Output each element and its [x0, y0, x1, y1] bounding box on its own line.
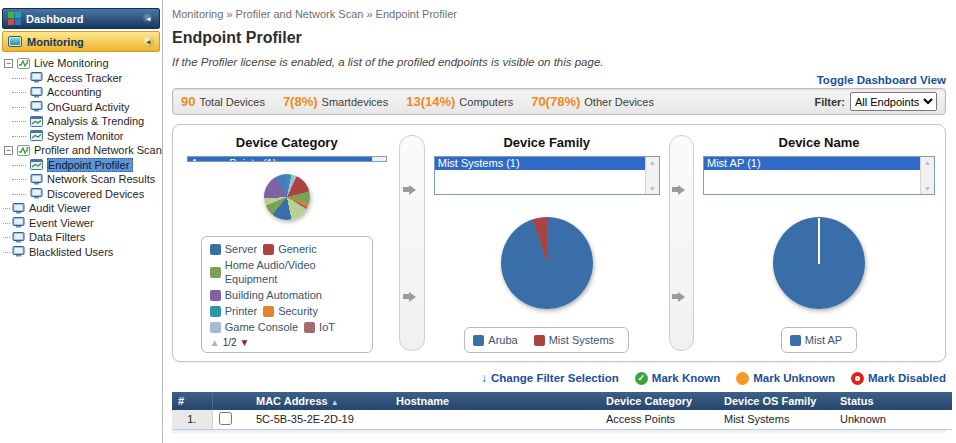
legend-page-up-icon[interactable]: ▲ [210, 337, 220, 348]
activity-icon [17, 145, 30, 156]
report-icon [30, 87, 43, 98]
right-arrow-icon [403, 292, 421, 302]
right-arrow-icon [672, 185, 690, 195]
sidebar-item-label: Blacklisted Users [29, 246, 113, 258]
flow-arrow-bar-2 [669, 135, 694, 351]
mac-address-cell: 5C-5B-35-2E-2D-19 [250, 410, 390, 429]
stat-value: 7(8%) [283, 94, 318, 109]
right-arrow-icon [672, 292, 690, 302]
legend-swatch [790, 335, 801, 346]
action-label: Change Filter Selection [491, 372, 619, 384]
profiler-panel: Device Category Access Points (1)Buildin… [172, 124, 946, 362]
sidebar-item-data-filters[interactable]: Data Filters [0, 230, 162, 245]
sidebar-item-label: OnGuard Activity [47, 101, 130, 113]
stat-item: 7(8%)Smartdevices [283, 94, 388, 109]
column-header--[interactable]: # [172, 392, 212, 410]
table-actions: ↓Change Filter Selection✓Mark KnownMark … [172, 370, 946, 386]
dashboard-collapse-icon[interactable]: ◂ [143, 13, 154, 24]
listbox-item[interactable]: Mist AP (1) [704, 157, 920, 170]
sidebar-item-event-viewer[interactable]: Event Viewer [0, 216, 162, 231]
legend-label: Aruba [488, 333, 517, 347]
sidebar-item-discovered-devices[interactable]: Discovered Devices [0, 187, 162, 202]
stat-item: 90Total Devices [181, 94, 265, 109]
sidebar-item-audit-viewer[interactable]: Audit Viewer [0, 201, 162, 216]
tree-collapse-icon[interactable]: − [4, 59, 13, 68]
report-icon [12, 246, 25, 257]
column-header-device-category[interactable]: Device Category [600, 392, 718, 410]
sidebar-item-access-tracker[interactable]: Access Tracker [0, 71, 162, 86]
sidebar-section-monitoring[interactable]: Monitoring ◂ [2, 31, 160, 52]
sidebar-item-onguard-activity[interactable]: OnGuard Activity [0, 100, 162, 115]
legend-item: Mist AP [790, 333, 842, 347]
sidebar: Dashboard ◂ Monitoring ◂ −Live Monitorin… [0, 0, 163, 443]
sidebar-item-system-monitor[interactable]: System Monitor [0, 129, 162, 144]
scroll-down-icon[interactable]: ▼ [924, 185, 931, 192]
status-cell: Unknown [834, 410, 952, 429]
action-label: Mark Disabled [868, 372, 946, 384]
table-row: 1.5C-5B-35-2E-2D-19Access PointsMist Sys… [172, 410, 952, 429]
legend-label: Mist Systems [549, 333, 614, 347]
sidebar-item-blacklisted-users[interactable]: Blacklisted Users [0, 245, 162, 260]
sidebar-item-endpoint-profiler[interactable]: Endpoint Profiler [0, 158, 162, 173]
device-name-pie-chart [773, 217, 865, 309]
legend-swatch [534, 335, 545, 346]
mark-disabled-link[interactable]: Mark Disabled [851, 372, 946, 385]
column-header-status[interactable]: Status [834, 392, 952, 410]
toggle-dashboard-view-link[interactable]: Toggle Dashboard View [817, 74, 946, 86]
stat-value: 90 [181, 94, 195, 109]
column-header-checkbox[interactable] [212, 392, 250, 410]
pie-start-tick [818, 218, 820, 264]
endpoints-table: #MAC Address▲HostnameDevice CategoryDevi… [172, 392, 952, 430]
table-footer-strip [172, 430, 946, 433]
column-header-device-os-family[interactable]: Device OS Family [718, 392, 834, 410]
scroll-up-icon[interactable]: ▲ [376, 159, 383, 162]
legend-item: IoT [304, 320, 335, 334]
report-icon [12, 232, 25, 243]
main-content: Monitoring » Profiler and Network Scan »… [164, 0, 956, 443]
scroll-up-icon[interactable]: ▲ [649, 159, 656, 166]
legend-swatch [473, 335, 484, 346]
stat-value: 70(78%) [531, 94, 580, 109]
filter-select[interactable]: All Endpoints [850, 92, 937, 111]
column-header-hostname[interactable]: Hostname [390, 392, 600, 410]
scroll-up-icon[interactable]: ▲ [924, 159, 931, 166]
device-category-pie-chart [264, 174, 310, 220]
device-family-panel: Device Family Mist Systems (1) ▲▼ ArubaM… [434, 133, 660, 353]
column-header-mac-address[interactable]: MAC Address▲ [250, 392, 390, 410]
stat-label: Computers [459, 96, 513, 108]
sidebar-item-accounting[interactable]: Accounting [0, 85, 162, 100]
legend-label: Security [278, 304, 318, 318]
listbox-item[interactable]: Mist Systems (1) [435, 157, 645, 170]
legend-page-down-icon[interactable]: ▼ [240, 337, 250, 348]
sidebar-item-analysis-trending[interactable]: Analysis & Trending [0, 114, 162, 129]
device-name-legend: Mist AP [781, 327, 857, 353]
mark-unknown-link[interactable]: Mark Unknown [736, 372, 835, 385]
stat-label: Other Devices [584, 96, 654, 108]
sidebar-item-label: Endpoint Profiler [47, 158, 133, 172]
device-family-legend: ArubaMist Systems [464, 327, 629, 353]
device-family-listbox: Mist Systems (1) ▲▼ [434, 156, 660, 195]
device-os-family-cell: Mist Systems [718, 410, 834, 429]
report-icon [30, 72, 43, 83]
stat-label: Smartdevices [322, 96, 389, 108]
sidebar-section-dashboard[interactable]: Dashboard ◂ [2, 8, 160, 29]
page-title: Endpoint Profiler [172, 29, 946, 47]
sidebar-item-profiler-and-network-scan[interactable]: −Profiler and Network Scan [0, 143, 162, 158]
monitoring-label: Monitoring [27, 36, 138, 48]
sidebar-item-network-scan-results[interactable]: Network Scan Results [0, 172, 162, 187]
listbox-item[interactable]: Access Points (1) [188, 157, 372, 161]
mark-known-link[interactable]: ✓Mark Known [635, 372, 720, 385]
mark-known-icon: ✓ [635, 372, 648, 385]
legend-label: IoT [319, 320, 335, 334]
monitoring-collapse-icon[interactable]: ◂ [143, 36, 154, 47]
action-label: Mark Known [652, 372, 720, 384]
legend-label: Mist AP [805, 333, 842, 347]
device-family-title: Device Family [503, 135, 590, 150]
stat-item: 70(78%)Other Devices [531, 94, 654, 109]
scroll-down-icon[interactable]: ▼ [649, 185, 656, 192]
change-filter-selection-link[interactable]: ↓Change Filter Selection [481, 371, 619, 385]
row-checkbox[interactable] [219, 412, 232, 425]
legend-label: Generic [278, 242, 317, 256]
tree-collapse-icon[interactable]: − [4, 146, 13, 155]
sidebar-item-live-monitoring[interactable]: −Live Monitoring [0, 56, 162, 71]
